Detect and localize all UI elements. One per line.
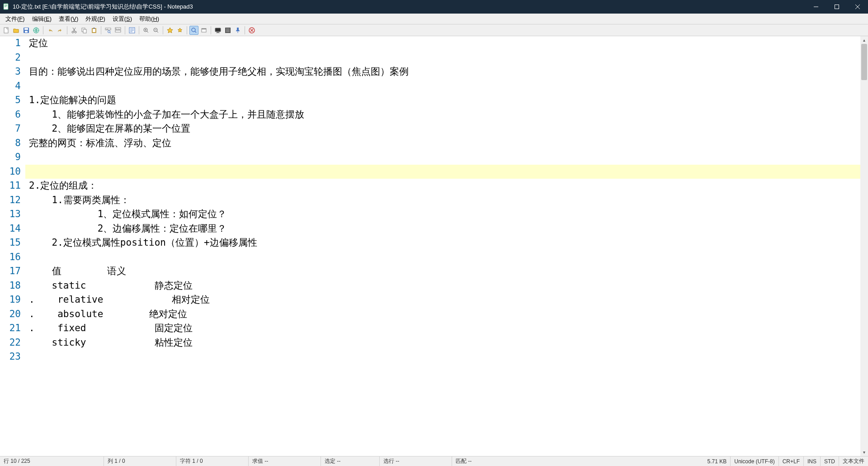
scroll-up-button[interactable]: ▴	[860, 36, 868, 44]
menu-f[interactable]: 文件(F)	[2, 14, 28, 24]
line-number: 11	[0, 179, 21, 193]
paste-button[interactable]	[90, 26, 99, 35]
redo-icon	[57, 27, 63, 33]
open-file-button[interactable]	[12, 26, 21, 35]
editor-line[interactable]: 2、能够固定在屏幕的某一个位置	[25, 122, 868, 136]
status-std[interactable]: STD	[821, 456, 839, 466]
toolbar-separator	[139, 26, 139, 34]
editor-line[interactable]: 定位	[25, 36, 868, 51]
status-selection[interactable]: 选定 --	[321, 456, 380, 466]
zoom-out-button[interactable]	[151, 26, 160, 35]
find-button[interactable]: ab	[104, 26, 113, 35]
app-icon	[3, 3, 10, 10]
editor-line[interactable]: . absolute 绝对定位	[25, 307, 868, 322]
line-number: 17	[0, 264, 21, 279]
editor-line[interactable]	[25, 79, 868, 94]
editor-line[interactable]	[25, 165, 868, 179]
undo-icon	[47, 27, 53, 33]
editor-line[interactable]: 1.需要两类属性：	[25, 193, 868, 208]
editor-line[interactable]	[25, 350, 868, 364]
line-number: 13	[0, 207, 21, 222]
editor-line[interactable]: 2、边偏移属性：定位在哪里？	[25, 222, 868, 236]
editor-line[interactable]: 值 语义	[25, 264, 868, 279]
bookmark-button[interactable]	[165, 26, 175, 35]
svg-rect-1	[835, 5, 839, 9]
bookmark-clear-button[interactable]	[175, 26, 184, 35]
editor-line[interactable]	[25, 150, 868, 165]
undo-button[interactable]	[46, 26, 55, 35]
editor-line[interactable]: 1.定位能解决的问题	[25, 93, 868, 108]
status-line[interactable]: 行 10 / 225	[0, 456, 104, 466]
pin-button[interactable]	[233, 26, 242, 35]
minimize-button[interactable]	[806, 0, 826, 14]
copy-icon	[81, 27, 87, 33]
toggle-toolbar-button[interactable]	[199, 26, 208, 35]
scrollbar-track[interactable]	[860, 44, 868, 448]
replace-button[interactable]: b→a	[113, 26, 123, 35]
save-file-button[interactable]	[22, 26, 31, 35]
editor-line[interactable]: 目的：能够说出四种定位应用的场景，能够使用子绝父相，实现淘宝轮播图（焦点图）案例	[25, 65, 868, 79]
titlebar: 10-定位.txt [E:\自学前端笔记\前端学习知识总结\自学CSS] - N…	[0, 0, 868, 14]
status-eol[interactable]: CR+LF	[779, 456, 804, 466]
new-file-button[interactable]	[2, 26, 11, 35]
zoom-in-button[interactable]	[142, 26, 151, 35]
word-wrap-button[interactable]	[127, 26, 137, 35]
svg-rect-5	[25, 31, 28, 33]
window-controls	[806, 0, 868, 14]
toolbar-separator	[43, 26, 43, 34]
new-file-icon	[3, 27, 9, 33]
web-button[interactable]	[32, 26, 41, 35]
vertical-scrollbar[interactable]: ▴ ▾	[860, 36, 868, 456]
redo-button[interactable]	[56, 26, 65, 35]
editor-line[interactable]: . relative 相对定位	[25, 293, 868, 307]
status-filesize[interactable]: 5.71 KB	[704, 456, 731, 466]
menu-e[interactable]: 编辑(E)	[28, 14, 55, 24]
close-button[interactable]	[847, 0, 868, 14]
editor-line[interactable]: 2.定位模式属性position（位置）+边偏移属性	[25, 236, 868, 250]
line-number: 2	[0, 51, 21, 65]
svg-rect-19	[115, 30, 121, 32]
cancel-button[interactable]	[247, 26, 256, 35]
line-number: 10	[0, 165, 21, 179]
paste-icon	[91, 27, 97, 33]
status-chars[interactable]: 字符 1 / 0	[176, 456, 249, 466]
editor-line[interactable]: 完整的网页：标准流、浮动、定位	[25, 136, 868, 151]
scrollbar-thumb[interactable]	[861, 44, 867, 80]
svg-rect-2	[4, 28, 8, 33]
scroll-down-button[interactable]: ▾	[860, 448, 868, 456]
menu-p[interactable]: 外观(P)	[82, 14, 108, 24]
menu-s[interactable]: 设置(S)	[109, 14, 136, 24]
cut-button[interactable]	[70, 26, 79, 35]
line-numbers-button[interactable]	[223, 26, 232, 35]
status-column[interactable]: 列 1 / 0	[104, 456, 176, 466]
editor-line[interactable]	[25, 51, 868, 65]
editor-line[interactable]: static 静态定位	[25, 279, 868, 293]
line-number: 19	[0, 293, 21, 307]
text-editor[interactable]: 定位目的：能够说出四种定位应用的场景，能够使用子绝父相，实现淘宝轮播图（焦点图）…	[25, 36, 868, 456]
bookmark-icon	[167, 27, 173, 33]
maximize-button[interactable]	[826, 0, 847, 14]
line-number: 4	[0, 79, 21, 94]
status-filetype[interactable]: 文本文件	[839, 456, 868, 466]
editor-area: 1234567891011121314151617181920212223 定位…	[0, 36, 868, 456]
web-icon	[33, 27, 39, 33]
zoom-reset-button[interactable]	[189, 26, 198, 35]
toolbar-separator	[245, 26, 245, 34]
status-sel-lines[interactable]: 选行 --	[380, 456, 452, 466]
editor-line[interactable]: 1、定位模式属性：如何定位？	[25, 207, 868, 222]
editor-line[interactable]: 1、能够把装饰性的小盒子加在一个大盒子上，并且随意摆放	[25, 108, 868, 122]
editor-line[interactable]	[25, 250, 868, 265]
editor-line[interactable]: 2.定位的组成：	[25, 179, 868, 193]
monitor-button[interactable]	[213, 26, 222, 35]
cut-icon	[71, 27, 77, 33]
status-eval[interactable]: 求值 --	[249, 456, 321, 466]
status-match[interactable]: 匹配 --	[452, 456, 475, 466]
menubar: 文件(F)编辑(E)查看(V)外观(P)设置(S)帮助(H)	[0, 14, 868, 24]
menu-h[interactable]: 帮助(H)	[136, 14, 163, 24]
editor-line[interactable]: . fixed 固定定位	[25, 321, 868, 336]
editor-line[interactable]: sticky 粘性定位	[25, 336, 868, 350]
menu-v[interactable]: 查看(V)	[55, 14, 82, 24]
status-encoding[interactable]: Unicode (UTF-8)	[731, 456, 778, 466]
copy-button[interactable]	[80, 26, 89, 35]
status-insert-mode[interactable]: INS	[804, 456, 821, 466]
